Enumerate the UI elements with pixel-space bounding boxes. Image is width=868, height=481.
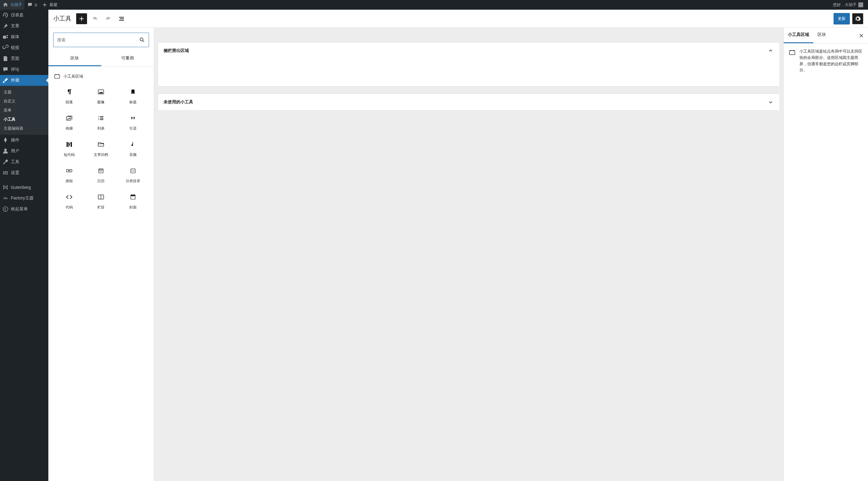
sidebar-item-media[interactable]: 媒体: [0, 31, 49, 42]
svg-point-2: [4, 149, 7, 151]
plug-icon: [2, 137, 8, 143]
editor-canvas: 侧栏滑出区域 未使用的小工具: [154, 28, 783, 481]
sliders-icon: [2, 170, 8, 176]
svg-rect-24: [789, 51, 795, 55]
block-image[interactable]: 图像: [85, 83, 117, 109]
admin-sidebar: 仪表盘 文章 媒体 链接 页面 评论 外观 主题 自定义 菜单: [0, 10, 49, 481]
widget-area-toggle[interactable]: 未使用的小工具: [158, 94, 779, 110]
audio-icon: [129, 141, 136, 148]
submenu-item-widgets[interactable]: 小工具: [0, 115, 49, 124]
button-icon: [66, 167, 73, 174]
block-columns[interactable]: 栏目: [85, 188, 117, 214]
sidebar-item-label: 文章: [11, 23, 19, 29]
sidebar-item-label: Factory主题: [11, 195, 34, 201]
tab-block[interactable]: 区块: [813, 28, 830, 43]
submenu-item-customize[interactable]: 自定义: [0, 97, 49, 106]
block-quote[interactable]: 引语: [117, 109, 149, 135]
gallery-icon: [66, 115, 73, 122]
sidebar-item-label: 页面: [11, 56, 19, 61]
sidebar-item-tools[interactable]: 工具: [0, 157, 49, 167]
search-input[interactable]: [57, 37, 139, 42]
svg-point-19: [133, 171, 133, 171]
sidebar-item-comments[interactable]: 评论: [0, 64, 49, 75]
quote-icon: [129, 115, 136, 122]
comment-icon: [27, 2, 33, 8]
sidebar-item-collapse[interactable]: 收起菜单: [0, 204, 49, 215]
svg-rect-7: [58, 74, 59, 75]
block-list[interactable]: 列表: [85, 109, 117, 135]
adminbar-site-link[interactable]: 大胡子: [0, 0, 25, 10]
sidebar-item-links[interactable]: 链接: [0, 42, 49, 53]
svg-point-15: [132, 170, 132, 170]
adminbar-account[interactable]: 您好，大胡子: [831, 0, 866, 10]
svg-point-0: [5, 14, 6, 16]
settings-toggle-button[interactable]: [852, 13, 863, 24]
block-categories[interactable]: 分类目录: [117, 162, 149, 188]
submenu-item-theme-editor[interactable]: 主题编辑器: [0, 124, 49, 133]
widget-area-body[interactable]: [158, 59, 779, 86]
category-header-widget-area[interactable]: 小工具区域: [53, 70, 149, 83]
svg-point-4: [140, 38, 143, 41]
block-code[interactable]: 代码: [53, 188, 85, 214]
widget-area-title: 未使用的小工具: [163, 99, 193, 105]
sidebar-item-settings[interactable]: 设置: [0, 167, 49, 178]
svg-rect-12: [68, 170, 70, 171]
adminbar-new-label: 新建: [50, 2, 57, 7]
settings-tabs: 小工具区域 区块: [784, 28, 868, 43]
search-input-wrapper[interactable]: [53, 33, 149, 47]
undo-button[interactable]: [89, 13, 100, 24]
avatar: [858, 2, 863, 7]
block-paragraph[interactable]: 段落: [53, 83, 85, 109]
sidebar-item-factory[interactable]: Xin Factory主题: [0, 193, 49, 204]
svg-text:[/]: [/]: [68, 142, 72, 147]
sidebar-item-pages[interactable]: 页面: [0, 53, 49, 64]
editor-header: 小工具 更新: [49, 10, 868, 28]
sidebar-item-users[interactable]: 用户: [0, 146, 49, 157]
sidebar-item-plugins[interactable]: 插件: [0, 135, 49, 146]
sidebar-item-dashboard[interactable]: 仪表盘: [0, 10, 49, 21]
block-gallery[interactable]: 画廊: [53, 109, 85, 135]
columns-icon: [97, 193, 104, 201]
svg-rect-23: [131, 195, 135, 196]
sidebar-item-label: 工具: [11, 159, 19, 165]
block-calendar[interactable]: 日历: [85, 162, 117, 188]
widget-area-toggle[interactable]: 侧栏滑出区域: [158, 42, 779, 59]
category-label: 小工具区域: [63, 74, 83, 79]
submenu-item-themes[interactable]: 主题: [0, 88, 49, 97]
gutenberg-icon: [2, 184, 8, 190]
block-heading[interactable]: 标题: [117, 83, 149, 109]
sidebar-item-gutenberg[interactable]: Gutenberg: [0, 182, 49, 193]
chevron-down-icon: [767, 99, 774, 105]
sidebar-item-appearance[interactable]: 外观: [0, 75, 49, 86]
tab-widget-area[interactable]: 小工具区域: [784, 28, 813, 43]
archive-icon: [97, 141, 104, 148]
admin-bar: 大胡子 0 新建 您好，大胡子: [0, 0, 868, 10]
svg-rect-5: [55, 75, 60, 78]
sidebar-item-label: 评论: [11, 67, 19, 72]
sidebar-item-posts[interactable]: 文章: [0, 21, 49, 31]
svg-rect-14: [131, 169, 135, 173]
image-icon: [97, 88, 104, 95]
adminbar-new[interactable]: 新建: [39, 0, 60, 10]
tab-blocks[interactable]: 区块: [49, 52, 101, 66]
pin-icon: [2, 23, 8, 29]
svg-rect-25: [790, 50, 791, 51]
sidebar-item-label: 收起菜单: [11, 206, 28, 212]
block-cover[interactable]: 封面: [117, 188, 149, 214]
close-settings-button[interactable]: [857, 31, 866, 40]
bookmark-icon: [129, 88, 136, 95]
tab-reusable[interactable]: 可重用: [101, 52, 154, 66]
sidebar-item-label: 媒体: [11, 34, 19, 40]
block-shortcode[interactable]: [/] 短代码: [53, 135, 85, 162]
inserter-toggle-button[interactable]: [76, 13, 87, 24]
widget-area-title: 侧栏滑出区域: [163, 48, 189, 54]
redo-button[interactable]: [103, 13, 114, 24]
cover-icon: [129, 193, 136, 201]
update-button[interactable]: 更新: [834, 13, 850, 25]
block-button[interactable]: 按钮: [53, 162, 85, 188]
block-audio[interactable]: 音频: [117, 135, 149, 162]
submenu-item-menus[interactable]: 菜单: [0, 106, 49, 115]
block-archives[interactable]: 文章归档: [85, 135, 117, 162]
adminbar-comments[interactable]: 0: [25, 0, 39, 10]
list-view-button[interactable]: [116, 13, 127, 24]
